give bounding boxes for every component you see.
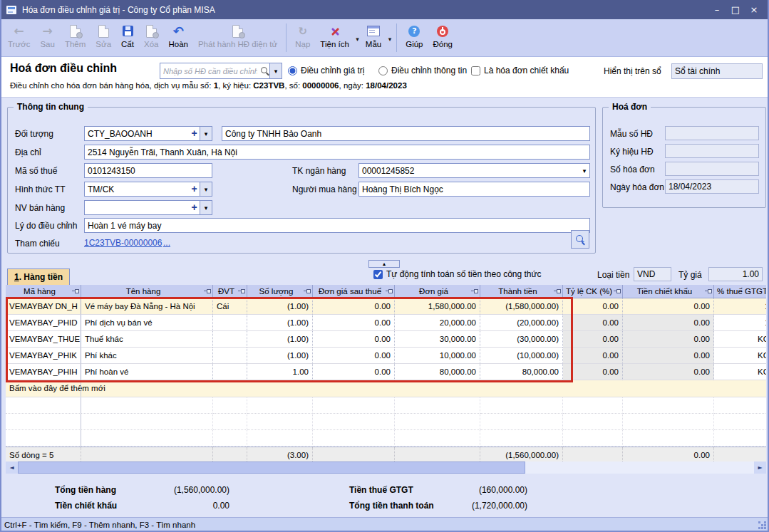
table-cell[interactable]: 0.00 — [623, 298, 714, 315]
resize-grip-icon[interactable] — [758, 521, 768, 531]
column-header-so-luong[interactable]: Số lượng — [247, 285, 313, 298]
pin-icon[interactable] — [238, 288, 245, 295]
payment-method-dropdown-button[interactable] — [200, 182, 212, 196]
table-cell[interactable]: VEMAYBAY_THUE — [6, 331, 81, 348]
edit-button[interactable]: Sửa — [91, 21, 116, 51]
add-salesperson-icon[interactable] — [189, 201, 200, 214]
customer-combo[interactable]: CTY_BAOOANH — [84, 126, 212, 141]
discount-invoice-checkbox-input[interactable] — [471, 66, 480, 75]
table-cell[interactable]: 0.00 — [623, 348, 714, 364]
column-header-tien-chiet-khau[interactable]: Tiền chiết khấu — [623, 285, 714, 298]
close-form-button[interactable]: Đóng — [428, 21, 458, 51]
column-header-ty-le-ck[interactable]: Tỷ lệ CK (%) — [563, 285, 623, 298]
horizontal-scrollbar[interactable]: ◄ ► — [6, 461, 766, 474]
customer-dropdown-button[interactable] — [200, 127, 212, 140]
table-cell[interactable]: VEMAYBAY_PHIH — [6, 364, 81, 380]
reference-more-link[interactable]: ... — [163, 238, 170, 248]
table-row[interactable]: VEMAYBAY_PHIH Phí hoàn vé 1.00 0.00 80,0… — [6, 364, 766, 380]
table-row[interactable]: VEMAYBAY_THUE Thuế khác (1.00) 0.00 30,0… — [6, 331, 766, 348]
display-on-book-field[interactable]: Sổ tài chính — [671, 63, 763, 79]
pin-icon[interactable] — [204, 288, 211, 295]
table-cell[interactable]: 0.00 — [313, 298, 395, 315]
table-cell[interactable]: (30,000.00) — [480, 331, 563, 348]
table-cell[interactable]: 0.00 — [313, 364, 395, 380]
minimize-button[interactable]: – — [708, 0, 726, 19]
invoice-date-field[interactable]: 18/04/2023 — [665, 179, 759, 194]
search-input[interactable] — [160, 67, 260, 75]
table-cell[interactable]: KCT — [714, 364, 766, 380]
table-cell[interactable]: 1.00 — [247, 364, 313, 380]
table-cell[interactable]: VEMAYBAY DN_H — [6, 298, 81, 315]
chevron-down-icon[interactable]: ▾ — [356, 36, 359, 43]
table-row[interactable]: VEMAYBAY_PHID Phí dịch vụ bán vé (1.00) … — [6, 315, 766, 331]
pin-icon[interactable] — [304, 288, 311, 295]
discount-invoice-checkbox[interactable]: Là hóa đơn chiết khấu — [471, 66, 569, 75]
table-cell[interactable]: 0.00 — [563, 348, 623, 364]
table-cell[interactable]: (1.00) — [247, 315, 313, 331]
table-cell[interactable]: 0.00 — [313, 331, 395, 348]
radio-adjust-info-input[interactable] — [378, 66, 388, 75]
chevron-down-icon[interactable]: ▾ — [579, 167, 589, 174]
salesperson-dropdown-button[interactable] — [200, 201, 212, 214]
scroll-right-button[interactable]: ► — [754, 461, 766, 474]
next-button[interactable]: → Sau — [35, 21, 59, 51]
add-payment-method-icon[interactable] — [189, 182, 200, 196]
table-cell[interactable]: 80,000.00 — [480, 364, 563, 380]
table-cell[interactable]: 10 — [714, 315, 766, 331]
table-row[interactable]: VEMAYBAY_PHIK Phí khác (1.00) 0.00 10,00… — [6, 348, 766, 364]
table-cell[interactable]: 0.00 — [623, 315, 714, 331]
table-cell[interactable]: Phí dịch vụ bán vé — [81, 315, 213, 331]
table-cell[interactable]: KCT — [714, 348, 766, 364]
adjust-reason-field[interactable]: Hoàn 1 vé máy bay — [84, 218, 590, 233]
add-customer-icon[interactable] — [189, 127, 200, 140]
table-cell[interactable]: 10,000.00 — [395, 348, 480, 364]
buyer-field[interactable]: Hoàng Thị Bích Ngọc — [358, 182, 590, 197]
table-cell[interactable]: 0.00 — [623, 331, 714, 348]
table-cell[interactable]: 0.00 — [623, 364, 714, 380]
table-cell[interactable]: KCT — [714, 331, 766, 348]
pin-icon[interactable] — [554, 288, 561, 295]
table-cell[interactable]: (20,000.00) — [480, 315, 563, 331]
bank-account-combo[interactable]: 00001245852 ▾ — [358, 163, 590, 178]
pin-icon[interactable] — [705, 288, 712, 295]
table-cell[interactable]: 20,000.00 — [395, 315, 480, 331]
table-cell[interactable]: (10,000.00) — [480, 348, 563, 364]
reference-link[interactable]: 1C23TVB-00000006 — [84, 238, 162, 248]
auto-calc-checkbox[interactable]: Tự động tính toán số tiền theo công thức — [373, 269, 542, 279]
utilities-button[interactable]: Tiện ích ▾ — [315, 21, 360, 51]
column-header-dvt[interactable]: ĐVT — [213, 285, 247, 298]
table-cell[interactable] — [213, 315, 247, 331]
delete-button[interactable]: Xóa — [139, 21, 163, 51]
pin-icon[interactable] — [471, 288, 478, 295]
table-cell[interactable]: 0.00 — [563, 315, 623, 331]
table-cell[interactable]: VEMAYBAY_PHID — [6, 315, 81, 331]
scrollbar-thumb[interactable] — [18, 461, 525, 474]
column-header-don-gia[interactable]: Đơn giá — [395, 285, 480, 298]
radio-adjust-value[interactable]: Điều chỉnh giá trị — [288, 66, 364, 75]
table-cell[interactable]: 30,000.00 — [395, 331, 480, 348]
table-row[interactable]: VEMAYBAY DN_H Vé máy bay Đà Nẵng - Hà Nộ… — [6, 298, 766, 315]
undo-button[interactable]: Hoàn — [163, 21, 193, 51]
add-button[interactable]: Thêm — [60, 21, 91, 51]
column-header-ma-hang[interactable]: Mã hàng — [6, 285, 81, 298]
address-field[interactable]: 2514 Nguyễn Trãi, Thanh Xuân, Hà Nội — [84, 145, 590, 160]
table-cell[interactable]: 10 — [714, 298, 766, 315]
maximize-button[interactable]: □ — [726, 0, 745, 19]
search-dropdown-button[interactable] — [269, 63, 282, 78]
table-cell[interactable]: 80,000.00 — [395, 364, 480, 380]
table-cell[interactable] — [213, 348, 247, 364]
reference-zoom-button[interactable]: + — [571, 230, 589, 249]
close-button[interactable]: × — [745, 0, 763, 19]
table-cell[interactable]: 0.00 — [563, 331, 623, 348]
chevron-down-icon[interactable]: ▾ — [388, 36, 392, 43]
column-header-don-gia-sau-thue[interactable]: Đơn giá sau thuế — [313, 285, 395, 298]
column-header-ten-hang[interactable]: Tên hàng — [81, 285, 213, 298]
column-header-thue-gtgt[interactable]: % thuế GTGT — [714, 285, 766, 298]
save-button[interactable]: Cất — [116, 21, 139, 51]
table-cell[interactable]: (1.00) — [247, 331, 313, 348]
table-cell[interactable]: Vé máy bay Đà Nẵng - Hà Nội — [81, 298, 213, 315]
payment-method-combo[interactable]: TM/CK — [84, 182, 212, 197]
empty-row[interactable] — [6, 397, 766, 414]
table-cell[interactable]: 0.00 — [313, 348, 395, 364]
table-cell[interactable]: Thuế khác — [81, 331, 213, 348]
